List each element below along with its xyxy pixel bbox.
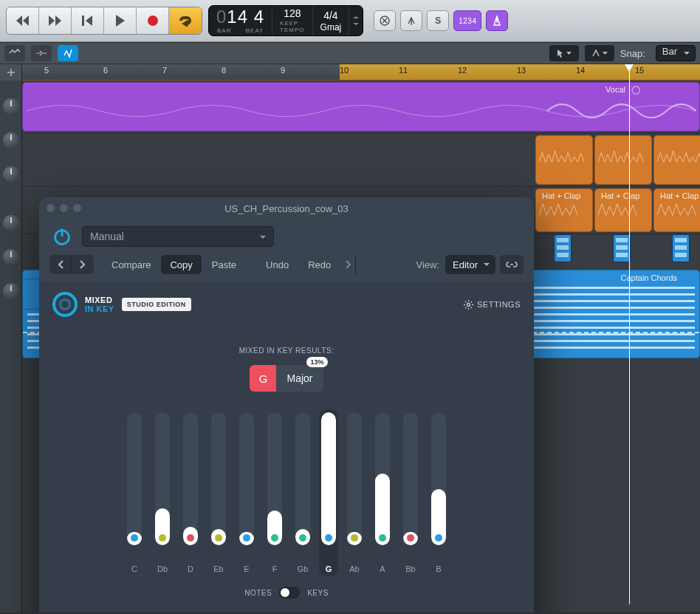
view-toggle-1[interactable] xyxy=(4,45,25,61)
bar-label: A xyxy=(380,564,385,573)
timeline-ruler[interactable]: 56789 101112131415 xyxy=(22,64,700,81)
bar-col[interactable]: Ab xyxy=(345,412,364,573)
paste-button[interactable]: Paste xyxy=(203,255,245,274)
arrange-toolbar: Snap: Bar xyxy=(0,42,700,64)
automation-toggle[interactable] xyxy=(58,45,78,61)
bar-label: Gb xyxy=(298,564,309,573)
lcd-display: 014 4 BAR BEAT 128 KEEPTEMPO 4/4 Gmaj xyxy=(208,5,363,36)
waveform-icon xyxy=(598,202,648,228)
track-lane-hatclap[interactable] xyxy=(22,134,700,187)
forward-button[interactable] xyxy=(39,7,72,34)
rewind-button[interactable] xyxy=(7,7,39,34)
bar-label: Bb xyxy=(405,564,415,573)
link-button[interactable] xyxy=(500,255,524,274)
settings-button[interactable]: SETTINGS xyxy=(464,300,521,310)
bar-col[interactable]: Eb xyxy=(209,412,228,573)
ruler-tick: 6 xyxy=(103,66,108,75)
bar-col[interactable]: F xyxy=(265,412,284,573)
bar-label: E xyxy=(244,564,249,573)
lcd-dropdown-icon[interactable] xyxy=(349,6,363,35)
plugin-window: US_CH_Percussion_cow_03 Manual Compare C… xyxy=(39,197,534,613)
metronome-button[interactable] xyxy=(486,10,508,31)
bar-col[interactable]: G xyxy=(319,409,338,576)
loop-icon: ◯ xyxy=(631,85,640,95)
ruler-add-button[interactable] xyxy=(0,64,22,81)
track-knob[interactable] xyxy=(3,98,19,115)
window-controls[interactable] xyxy=(47,204,81,212)
midi-clip[interactable] xyxy=(554,234,572,262)
record-button[interactable] xyxy=(137,7,169,34)
ruler-tick: 8 xyxy=(222,66,226,75)
svg-point-5 xyxy=(467,303,470,306)
region-hatclap[interactable]: Hat + Clap xyxy=(594,188,652,232)
key-confidence: 13% xyxy=(306,357,327,367)
svg-rect-0 xyxy=(82,16,84,26)
secondary-tool[interactable] xyxy=(585,45,614,61)
power-button[interactable] xyxy=(49,224,75,249)
lcd-tempo[interactable]: 128 KEEPTEMPO xyxy=(272,6,312,35)
bar-col[interactable]: C xyxy=(125,412,144,573)
ruler-tick: 7 xyxy=(162,66,167,75)
ruler-tick: 12 xyxy=(458,66,467,75)
go-to-start-button[interactable] xyxy=(72,7,104,34)
plugin-titlebar[interactable]: US_CH_Percussion_cow_03 xyxy=(39,197,534,219)
region-hatclap[interactable]: Hat + Clap xyxy=(653,188,700,232)
track-knob[interactable] xyxy=(3,132,19,149)
notes-keys-toggle[interactable] xyxy=(279,587,300,598)
results-label: MIXED IN KEY RESULTS: xyxy=(52,347,521,355)
undo-button[interactable]: Undo xyxy=(257,255,298,274)
bar-col[interactable]: Db xyxy=(153,412,172,573)
cancel-icon-button[interactable] xyxy=(374,10,396,31)
track-knob[interactable] xyxy=(3,249,19,265)
play-button[interactable] xyxy=(104,7,137,34)
region-hatclap[interactable] xyxy=(653,135,700,185)
preset-select[interactable]: Manual xyxy=(82,226,274,247)
bar-col[interactable]: B xyxy=(429,412,448,573)
view-toggle-2[interactable] xyxy=(31,45,52,61)
tuner-icon-button[interactable] xyxy=(400,10,422,31)
svg-point-1 xyxy=(148,16,158,26)
side-chain-icon[interactable] xyxy=(341,255,356,274)
copy-button[interactable]: Copy xyxy=(161,255,201,274)
region-hatclap[interactable] xyxy=(535,135,593,185)
cycle-button[interactable] xyxy=(169,7,202,34)
track-knob[interactable] xyxy=(3,283,19,299)
bar-label: B xyxy=(436,564,441,573)
solo-button[interactable]: S xyxy=(427,10,449,31)
track-lane-vocal[interactable]: Vocal ◯ xyxy=(22,81,700,134)
compare-button[interactable]: Compare xyxy=(103,255,159,274)
track-headers xyxy=(0,81,22,613)
bar-col[interactable]: D xyxy=(181,412,200,573)
ruler-tick: 13 xyxy=(517,66,526,75)
next-preset-button[interactable] xyxy=(72,255,94,274)
waveform-icon xyxy=(598,149,648,175)
midi-clip[interactable] xyxy=(672,234,690,262)
redo-button[interactable]: Redo xyxy=(299,255,340,274)
display-mode-buttons: S 1234 xyxy=(374,10,508,31)
bar-col[interactable]: Bb xyxy=(401,412,420,573)
minimize-icon[interactable] xyxy=(60,204,68,212)
bar-col[interactable]: Gb xyxy=(293,412,312,573)
view-label: View: xyxy=(416,259,439,270)
playhead[interactable] xyxy=(629,64,630,604)
count-in-button[interactable]: 1234 xyxy=(453,10,481,31)
ruler-tick: 9 xyxy=(281,66,285,75)
close-icon[interactable] xyxy=(47,204,55,212)
track-knob[interactable] xyxy=(3,166,19,183)
key-scale: Major xyxy=(276,365,323,392)
track-knob[interactable] xyxy=(3,215,19,231)
snap-label: Snap: xyxy=(620,48,645,59)
region-hatclap[interactable]: Hat + Clap xyxy=(535,188,593,232)
midi-clip[interactable] xyxy=(613,234,631,262)
region-hatclap[interactable] xyxy=(594,135,652,185)
region-vocal[interactable]: Vocal ◯ xyxy=(22,82,700,132)
pointer-tool[interactable] xyxy=(549,45,579,61)
prev-preset-button[interactable] xyxy=(49,255,72,274)
lcd-signature[interactable]: 4/4 Gmaj xyxy=(313,6,350,35)
bar-col[interactable]: E xyxy=(237,412,256,573)
snap-select[interactable]: Bar xyxy=(656,45,696,61)
zoom-icon[interactable] xyxy=(73,204,81,212)
view-select[interactable]: Editor xyxy=(445,255,495,274)
lcd-position[interactable]: 014 4 BAR BEAT xyxy=(209,6,272,35)
bar-col[interactable]: A xyxy=(373,412,392,573)
